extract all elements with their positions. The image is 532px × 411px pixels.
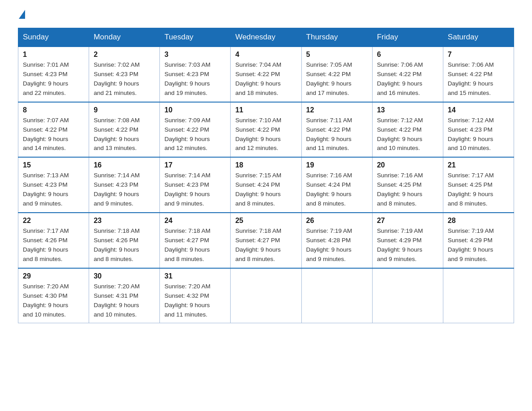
day-info: Sunrise: 7:18 AMSunset: 4:27 PMDaylight:… [235, 227, 296, 264]
calendar-day-cell: 12Sunrise: 7:11 AMSunset: 4:22 PMDayligh… [301, 102, 372, 158]
calendar-day-cell: 30Sunrise: 7:20 AMSunset: 4:31 PMDayligh… [89, 268, 160, 323]
day-info: Sunrise: 7:03 AMSunset: 4:23 PMDaylight:… [164, 60, 226, 98]
day-number: 31 [164, 272, 226, 280]
day-info: Sunrise: 7:12 AMSunset: 4:23 PMDaylight:… [448, 116, 509, 154]
calendar-day-cell: 6Sunrise: 7:06 AMSunset: 4:22 PMDaylight… [372, 47, 443, 102]
calendar-day-cell: 18Sunrise: 7:15 AMSunset: 4:24 PMDayligh… [231, 157, 301, 213]
calendar-day-cell: 28Sunrise: 7:19 AMSunset: 4:29 PMDayligh… [443, 213, 514, 268]
day-number: 10 [164, 106, 226, 114]
day-info: Sunrise: 7:20 AMSunset: 4:30 PMDaylight:… [23, 282, 84, 320]
day-info: Sunrise: 7:20 AMSunset: 4:32 PMDaylight:… [164, 282, 226, 320]
calendar-day-cell: 16Sunrise: 7:14 AMSunset: 4:23 PMDayligh… [89, 157, 160, 213]
weekday-header-friday: Friday [372, 28, 443, 47]
day-info: Sunrise: 7:16 AMSunset: 4:24 PMDaylight:… [306, 171, 368, 209]
day-number: 23 [94, 217, 155, 225]
calendar-day-cell [443, 268, 514, 323]
day-number: 4 [235, 51, 296, 59]
calendar-week-row: 15Sunrise: 7:13 AMSunset: 4:23 PMDayligh… [18, 157, 514, 213]
weekday-header-tuesday: Tuesday [160, 28, 231, 47]
day-info: Sunrise: 7:13 AMSunset: 4:23 PMDaylight:… [23, 171, 84, 209]
day-number: 24 [164, 217, 226, 225]
day-number: 6 [377, 51, 438, 59]
day-number: 12 [306, 106, 368, 114]
day-info: Sunrise: 7:18 AMSunset: 4:27 PMDaylight:… [164, 227, 226, 264]
day-info: Sunrise: 7:19 AMSunset: 4:29 PMDaylight:… [377, 227, 438, 264]
day-number: 9 [94, 106, 155, 114]
day-number: 18 [235, 161, 296, 169]
calendar-day-cell: 3Sunrise: 7:03 AMSunset: 4:23 PMDaylight… [160, 47, 231, 102]
day-number: 16 [94, 161, 155, 169]
calendar-day-cell [372, 268, 443, 323]
day-number: 8 [23, 106, 84, 114]
weekday-header-monday: Monday [89, 28, 160, 47]
day-info: Sunrise: 7:05 AMSunset: 4:22 PMDaylight:… [306, 60, 368, 98]
calendar-day-cell [231, 268, 301, 323]
weekday-header-wednesday: Wednesday [231, 28, 301, 47]
day-info: Sunrise: 7:14 AMSunset: 4:23 PMDaylight:… [164, 171, 226, 209]
day-number: 25 [235, 217, 296, 225]
day-number: 17 [164, 161, 226, 169]
day-info: Sunrise: 7:02 AMSunset: 4:23 PMDaylight:… [94, 60, 155, 98]
calendar-day-cell: 24Sunrise: 7:18 AMSunset: 4:27 PMDayligh… [160, 213, 231, 268]
calendar-day-cell: 2Sunrise: 7:02 AMSunset: 4:23 PMDaylight… [89, 47, 160, 102]
calendar-day-cell: 8Sunrise: 7:07 AMSunset: 4:22 PMDaylight… [18, 102, 89, 158]
day-number: 22 [23, 217, 84, 225]
calendar-day-cell: 21Sunrise: 7:17 AMSunset: 4:25 PMDayligh… [443, 157, 514, 213]
day-info: Sunrise: 7:08 AMSunset: 4:22 PMDaylight:… [94, 116, 155, 154]
day-number: 5 [306, 51, 368, 59]
day-info: Sunrise: 7:14 AMSunset: 4:23 PMDaylight:… [94, 171, 155, 209]
calendar-table: SundayMondayTuesdayWednesdayThursdayFrid… [18, 28, 514, 323]
day-number: 26 [306, 217, 368, 225]
calendar-day-cell: 20Sunrise: 7:16 AMSunset: 4:25 PMDayligh… [372, 157, 443, 213]
day-number: 14 [448, 106, 509, 114]
day-info: Sunrise: 7:19 AMSunset: 4:29 PMDaylight:… [448, 227, 509, 264]
day-info: Sunrise: 7:17 AMSunset: 4:25 PMDaylight:… [448, 171, 509, 209]
day-info: Sunrise: 7:06 AMSunset: 4:22 PMDaylight:… [377, 60, 438, 98]
calendar-week-row: 1Sunrise: 7:01 AMSunset: 4:23 PMDaylight… [18, 47, 514, 102]
calendar-day-cell: 7Sunrise: 7:06 AMSunset: 4:22 PMDaylight… [443, 47, 514, 102]
day-info: Sunrise: 7:12 AMSunset: 4:22 PMDaylight:… [377, 116, 438, 154]
day-number: 11 [235, 106, 296, 114]
day-number: 13 [377, 106, 438, 114]
day-info: Sunrise: 7:17 AMSunset: 4:26 PMDaylight:… [23, 227, 84, 264]
calendar-day-cell: 11Sunrise: 7:10 AMSunset: 4:22 PMDayligh… [231, 102, 301, 158]
calendar-day-cell: 23Sunrise: 7:18 AMSunset: 4:26 PMDayligh… [89, 213, 160, 268]
day-info: Sunrise: 7:10 AMSunset: 4:22 PMDaylight:… [235, 116, 296, 154]
day-info: Sunrise: 7:18 AMSunset: 4:26 PMDaylight:… [94, 227, 155, 264]
day-number: 27 [377, 217, 438, 225]
calendar-week-row: 29Sunrise: 7:20 AMSunset: 4:30 PMDayligh… [18, 268, 514, 323]
calendar-day-cell: 9Sunrise: 7:08 AMSunset: 4:22 PMDaylight… [89, 102, 160, 158]
weekday-header-saturday: Saturday [443, 28, 514, 47]
calendar-day-cell [301, 268, 372, 323]
weekday-header-sunday: Sunday [18, 28, 89, 47]
day-number: 2 [94, 51, 155, 59]
day-number: 21 [448, 161, 509, 169]
weekday-header-row: SundayMondayTuesdayWednesdayThursdayFrid… [18, 28, 514, 47]
day-info: Sunrise: 7:16 AMSunset: 4:25 PMDaylight:… [377, 171, 438, 209]
logo [18, 13, 25, 19]
logo-triangle-icon [19, 10, 25, 19]
day-number: 19 [306, 161, 368, 169]
day-info: Sunrise: 7:15 AMSunset: 4:24 PMDaylight:… [235, 171, 296, 209]
day-number: 7 [448, 51, 509, 59]
calendar-day-cell: 15Sunrise: 7:13 AMSunset: 4:23 PMDayligh… [18, 157, 89, 213]
day-info: Sunrise: 7:09 AMSunset: 4:22 PMDaylight:… [164, 116, 226, 154]
calendar-day-cell: 26Sunrise: 7:19 AMSunset: 4:28 PMDayligh… [301, 213, 372, 268]
calendar-day-cell: 27Sunrise: 7:19 AMSunset: 4:29 PMDayligh… [372, 213, 443, 268]
day-number: 3 [164, 51, 226, 59]
day-info: Sunrise: 7:01 AMSunset: 4:23 PMDaylight:… [23, 60, 84, 98]
day-info: Sunrise: 7:04 AMSunset: 4:22 PMDaylight:… [235, 60, 296, 98]
calendar-day-cell: 22Sunrise: 7:17 AMSunset: 4:26 PMDayligh… [18, 213, 89, 268]
calendar-day-cell: 10Sunrise: 7:09 AMSunset: 4:22 PMDayligh… [160, 102, 231, 158]
calendar-day-cell: 4Sunrise: 7:04 AMSunset: 4:22 PMDaylight… [231, 47, 301, 102]
calendar-day-cell: 1Sunrise: 7:01 AMSunset: 4:23 PMDaylight… [18, 47, 89, 102]
day-number: 1 [23, 51, 84, 59]
calendar-day-cell: 19Sunrise: 7:16 AMSunset: 4:24 PMDayligh… [301, 157, 372, 213]
calendar-day-cell: 29Sunrise: 7:20 AMSunset: 4:30 PMDayligh… [18, 268, 89, 323]
calendar-day-cell: 5Sunrise: 7:05 AMSunset: 4:22 PMDaylight… [301, 47, 372, 102]
day-info: Sunrise: 7:19 AMSunset: 4:28 PMDaylight:… [306, 227, 368, 264]
day-number: 28 [448, 217, 509, 225]
weekday-header-thursday: Thursday [301, 28, 372, 47]
calendar-day-cell: 13Sunrise: 7:12 AMSunset: 4:22 PMDayligh… [372, 102, 443, 158]
calendar-day-cell: 25Sunrise: 7:18 AMSunset: 4:27 PMDayligh… [231, 213, 301, 268]
